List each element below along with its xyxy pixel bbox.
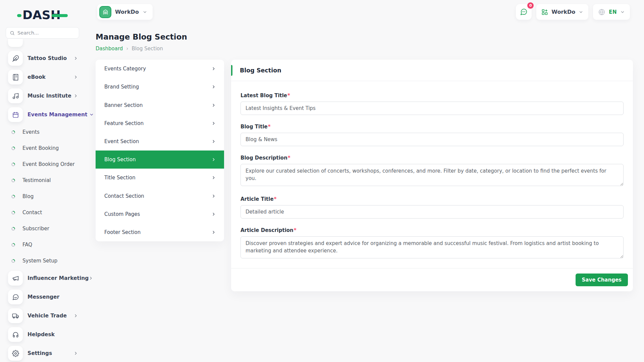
breadcrumb-separator: › (126, 46, 128, 52)
sidebar-subitem-system-setup[interactable]: System Setup (0, 253, 85, 269)
ring-icon (11, 243, 15, 247)
menu-item-custom-pages[interactable]: Custom Pages (96, 205, 224, 223)
ring-icon (11, 210, 15, 215)
ring-icon (11, 178, 15, 183)
chevron-right-icon (73, 94, 78, 98)
sidebar-item-label: Helpdesk (28, 331, 55, 338)
chevron-right-icon (211, 84, 216, 89)
chevron-right-icon (211, 103, 216, 108)
required-mark: * (288, 155, 290, 161)
chevron-right-icon (211, 139, 216, 144)
sidebar-subitem-label: Testimonial (22, 177, 51, 183)
section-menu: Events Category Brand Setting Banner Sec… (96, 60, 224, 241)
chevron-right-icon (211, 157, 216, 162)
book-icon (8, 70, 23, 84)
sidebar-search[interactable] (6, 27, 79, 39)
field-label: Blog Description* (240, 155, 624, 161)
menu-item-events-category[interactable]: Events Category (96, 60, 224, 78)
chat-icon (8, 290, 23, 304)
language-selector[interactable]: EN (593, 4, 630, 20)
blog-description-textarea[interactable]: Explore our curated selection of concert… (240, 164, 624, 186)
field-label: Article Description* (240, 227, 624, 233)
sidebar-subitem-event-booking-order[interactable]: Event Booking Order (0, 156, 85, 172)
menu-item-label: Blog Section (104, 157, 136, 163)
field-latest-blog-title: Latest Blog Title* (240, 93, 624, 115)
language-code: EN (609, 9, 617, 15)
menu-item-event-section[interactable]: Event Section (96, 132, 224, 150)
sidebar-item-settings[interactable]: Settings (0, 344, 85, 362)
search-input[interactable] (17, 30, 75, 36)
sidebar-subitem-contact[interactable]: Contact (0, 204, 85, 221)
sidebar-subitem-testimonial[interactable]: Testimonial (0, 172, 85, 188)
chevron-down-icon (579, 10, 583, 14)
card-body: Latest Blog Title* Blog Title* Blog Desc… (231, 81, 633, 260)
field-label: Article Title* (240, 196, 624, 202)
ring-icon (11, 259, 15, 263)
menu-item-label: Footer Section (104, 229, 141, 235)
menu-item-banner-section[interactable]: Banner Section (96, 96, 224, 114)
sidebar-item-helpdesk[interactable]: Helpdesk (0, 325, 85, 344)
menu-item-blog-section[interactable]: Blog Section (96, 150, 224, 169)
menu-item-footer-section[interactable]: Footer Section (96, 223, 224, 241)
field-blog-title: Blog Title* (240, 124, 624, 146)
sidebar-item-music-institute[interactable]: Music Institute (0, 86, 85, 105)
gear-icon (8, 346, 23, 361)
field-article-title: Article Title* (240, 196, 624, 219)
sidebar-subitem-label: Blog (22, 193, 34, 199)
breadcrumb-dashboard-link[interactable]: Dashboard (96, 46, 123, 52)
article-title-input[interactable] (240, 205, 624, 219)
music-icon (8, 88, 23, 103)
header-actions: 0 WorkDo EN (516, 4, 630, 20)
article-description-textarea[interactable]: Discover proven strategies and expert ad… (240, 236, 624, 258)
sidebar-item-influencer-marketing[interactable]: Influencer Marketing (0, 269, 85, 288)
sidebar-item-ebook[interactable]: eBook (0, 68, 85, 86)
chat-dots-icon (520, 8, 528, 16)
menu-item-label: Feature Section (104, 120, 144, 126)
field-article-description: Article Description* Discover proven str… (240, 227, 624, 260)
sidebar-item-events-management[interactable]: Events Management (0, 105, 85, 124)
feather-icon (8, 51, 23, 66)
save-button[interactable]: Save Changes (576, 274, 628, 286)
account-name: WorkDo (551, 9, 575, 15)
grid-plus-icon (541, 9, 548, 15)
sidebar-subitem-subscriber[interactable]: Subscriber (0, 221, 85, 237)
chevron-right-icon (211, 194, 216, 198)
blog-title-input[interactable] (240, 133, 624, 146)
menu-item-title-section[interactable]: Title Section (96, 169, 224, 187)
sidebar-item-label: Music Institute (28, 93, 71, 99)
sidebar-subitem-events[interactable]: Events (0, 124, 85, 140)
chevron-down-icon (620, 10, 625, 14)
sidebar-item-label: Settings (28, 350, 52, 356)
menu-item-brand-setting[interactable]: Brand Setting (96, 78, 224, 96)
sidebar-item-label: Tattoo Studio (28, 55, 67, 61)
megaphone-icon (8, 271, 23, 286)
account-menu[interactable]: WorkDo (536, 4, 588, 20)
menu-item-label: Contact Section (104, 193, 144, 199)
breadcrumb-current: Blog Section (131, 46, 163, 52)
sidebar-subitem-event-booking[interactable]: Event Booking (0, 140, 85, 156)
sidebar-subitem-faq[interactable]: FAQ (0, 237, 85, 253)
sidebar-item-label: Influencer Marketing (28, 275, 89, 281)
sidebar-item-vehicle-trade[interactable]: Vehicle Trade (0, 306, 85, 325)
required-mark: * (274, 196, 277, 202)
menu-item-feature-section[interactable]: Feature Section (96, 114, 224, 132)
chevron-right-icon (211, 175, 216, 180)
sidebar-item-label: Vehicle Trade (28, 313, 67, 319)
menu-item-contact-section[interactable]: Contact Section (96, 187, 224, 205)
sidebar-subitem-label: Contact (22, 209, 42, 216)
workspace-name: WorkDo (115, 9, 139, 15)
app-logo[interactable]: DASH (0, 7, 85, 23)
chevron-right-icon (211, 66, 216, 71)
sidebar-subitem-blog[interactable]: Blog (0, 188, 85, 204)
messages-button[interactable]: 0 (516, 4, 532, 20)
latest-blog-title-input[interactable] (240, 102, 624, 115)
required-mark: * (268, 124, 271, 130)
sidebar-item-tattoo-studio[interactable]: Tattoo Studio (0, 49, 85, 68)
card-header: Blog Section (231, 60, 633, 81)
globe-icon (598, 8, 605, 16)
sidebar-item-messenger[interactable]: Messenger (0, 288, 85, 306)
workspace-switcher[interactable]: WorkDo (97, 4, 153, 20)
menu-item-label: Event Section (104, 138, 139, 144)
sidebar-nav: Tattoo Studio eBook Music Institute Even… (0, 49, 85, 362)
field-blog-description: Blog Description* Explore our curated se… (240, 155, 624, 187)
